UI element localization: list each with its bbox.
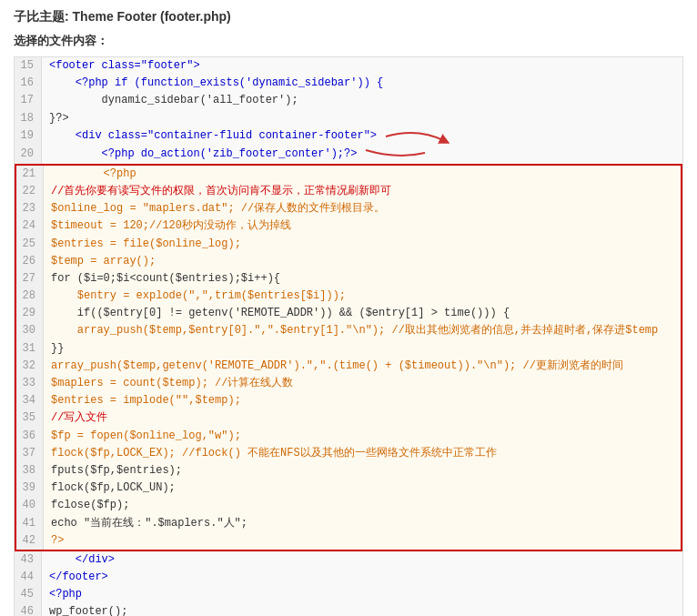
line-content: for ($i=0;$i<count($entries);$i++){ [44, 270, 280, 288]
table-row: 40fclose($fp); [16, 497, 681, 514]
code-block-normal: 43 </div>44</footer>45<?php46wp_footer()… [15, 551, 682, 616]
table-row: 37flock($fp,LOCK_EX); //flock() 不能在NFS以及… [16, 445, 681, 462]
line-number: 30 [16, 322, 44, 339]
line-content: <footer class="footer"> [42, 57, 200, 75]
table-row: 22//首先你要有读写文件的权限，首次访问肯不显示，正常情况刷新即可 [16, 183, 681, 200]
line-content: $fp = fopen($online_log,"w"); [44, 428, 241, 445]
table-row: 32array_push($temp,getenv('REMOTE_ADDR')… [16, 358, 681, 375]
line-content: </footer> [42, 569, 108, 586]
arrow-icon [381, 127, 454, 146]
line-content: $temp = array(); [44, 253, 156, 270]
line-content: $entry = explode(",",trim($entries[$i]))… [44, 288, 346, 305]
line-content: fclose($fp); [44, 497, 129, 514]
line-number: 43 [15, 551, 42, 569]
table-row: 44</footer> [15, 569, 682, 586]
line-number: 32 [16, 358, 44, 375]
code-block-highlight: 21 <?php22//首先你要有读写文件的权限，首次访问肯不显示，正常情况刷新… [15, 164, 682, 551]
page-container: 子比主题: Theme Footer (footer.php) 选择的文件内容：… [0, 0, 697, 616]
table-row: 23$online_log = "maplers.dat"; //保存人数的文件… [16, 200, 681, 217]
table-row: 25$entries = file($online_log); [16, 236, 681, 253]
line-number: 19 [15, 127, 42, 146]
line-number: 24 [16, 217, 44, 235]
table-row: 36$fp = fopen($online_log,"w"); [16, 428, 681, 445]
line-number: 23 [16, 200, 44, 217]
table-row: 43 </div> [15, 551, 682, 569]
line-number: 45 [15, 586, 42, 603]
line-number: 33 [16, 375, 44, 392]
line-content: $online_log = "maplers.dat"; //保存人数的文件到根… [44, 200, 385, 217]
table-row: 29 if(($entry[0] != getenv('REMOTE_ADDR'… [16, 305, 681, 322]
table-row: 41echo "当前在线：".$maplers."人"; [16, 515, 681, 532]
line-number: 36 [16, 428, 44, 445]
line-content: dynamic_sidebar('all_footer'); [42, 92, 298, 109]
line-content: <?php [44, 166, 136, 183]
table-row: 34$entries = implode("",$temp); [16, 392, 681, 409]
code-area: 15<footer class="footer">16 <?php if (fu… [14, 56, 683, 616]
line-number: 39 [16, 480, 44, 497]
line-number: 17 [15, 92, 42, 109]
line-number: 25 [16, 236, 44, 253]
line-number: 26 [16, 253, 44, 270]
table-row: 27for ($i=0;$i<count($entries);$i++){ [16, 270, 681, 288]
table-row: 46wp_footer(); [15, 603, 682, 616]
line-number: 40 [16, 497, 44, 514]
line-number: 38 [16, 462, 44, 480]
table-row: 18}?> [15, 110, 682, 127]
line-number: 31 [16, 340, 44, 358]
line-number: 44 [15, 569, 42, 586]
line-content: array_push($temp,$entry[0].",".$entry[1]… [44, 322, 658, 339]
table-row: 17 dynamic_sidebar('all_footer'); [15, 92, 682, 109]
line-number: 35 [16, 409, 44, 427]
line-number: 42 [16, 532, 44, 550]
line-content: //首先你要有读写文件的权限，首次访问肯不显示，正常情况刷新即可 [44, 183, 391, 200]
line-number: 16 [15, 75, 42, 92]
line-number: 18 [15, 110, 42, 127]
line-content: $entries = implode("",$temp); [44, 392, 241, 409]
line-number: 21 [16, 166, 44, 183]
line-content: wp_footer(); [42, 603, 127, 616]
line-content: }?> [42, 110, 69, 127]
table-row: 39flock($fp,LOCK_UN); [16, 480, 681, 497]
line-number: 46 [15, 603, 42, 616]
table-row: 35//写入文件 [16, 409, 681, 427]
line-content: }} [44, 340, 64, 358]
line-number: 37 [16, 445, 44, 462]
line-number: 34 [16, 392, 44, 409]
table-row: 28 $entry = explode(",",trim($entries[$i… [16, 288, 681, 305]
line-content: <div class="container-fluid container-fo… [42, 127, 377, 146]
line-content: echo "当前在线：".$maplers."人"; [44, 515, 247, 532]
line-number: 41 [16, 515, 44, 532]
line-content: $entries = file($online_log); [44, 236, 241, 253]
line-content: //写入文件 [44, 409, 107, 427]
table-row: 26$temp = array(); [16, 253, 681, 270]
table-row: 15<footer class="footer"> [15, 57, 682, 75]
table-row: 24$timeout = 120;//120秒内没动作，认为掉线 [16, 217, 681, 235]
table-row: 31}} [16, 340, 681, 358]
line-content: $timeout = 120;//120秒内没动作，认为掉线 [44, 217, 291, 235]
table-row: 38fputs($fp,$entries); [16, 462, 681, 480]
line-number: 20 [15, 146, 42, 164]
line-content: array_push($temp,getenv('REMOTE_ADDR')."… [44, 358, 623, 375]
code-block-normal: 15<footer class="footer">16 <?php if (fu… [15, 57, 682, 164]
table-row: 19 <div class="container-fluid container… [15, 127, 682, 146]
table-row: 45<?php [15, 586, 682, 603]
line-content: ?> [44, 532, 64, 550]
line-number: 29 [16, 305, 44, 322]
line-content: <?php [42, 586, 82, 603]
table-row: 42?> [16, 532, 681, 550]
line-content: flock($fp,LOCK_UN); [44, 480, 176, 497]
line-content: $maplers = count($temp); //计算在线人数 [44, 375, 293, 392]
table-row: 30 array_push($temp,$entry[0].",".$entry… [16, 322, 681, 339]
line-number: 28 [16, 288, 44, 305]
line-content: fputs($fp,$entries); [44, 462, 182, 480]
line-number: 22 [16, 183, 44, 200]
line-content: if(($entry[0] != getenv('REMOTE_ADDR')) … [44, 305, 510, 322]
table-row: 16 <?php if (function_exists('dynamic_si… [15, 75, 682, 92]
line-content: <?php do_action('zib_footer_conter');?> [42, 146, 357, 164]
table-row: 33$maplers = count($temp); //计算在线人数 [16, 375, 681, 392]
line-number: 15 [15, 57, 42, 75]
line-number: 27 [16, 270, 44, 288]
arrow-icon [361, 146, 434, 164]
line-content: <?php if (function_exists('dynamic_sideb… [42, 75, 383, 92]
line-content: flock($fp,LOCK_EX); //flock() 不能在NFS以及其他… [44, 445, 497, 462]
